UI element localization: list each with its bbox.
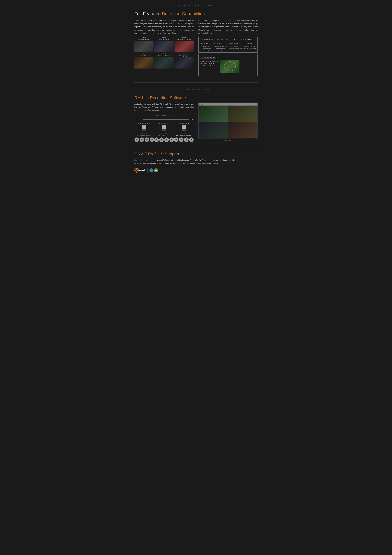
switch-label: Switch connections to use (134, 115, 194, 117)
viewer-cell-1 (199, 106, 228, 122)
section-label-easy: EASY INSTALLATION (125, 84, 267, 92)
svg-line-4 (189, 119, 193, 120)
custom-4-text: Adjusted for the time the lights are swi… (243, 45, 256, 51)
install-left: A standard inclusion with the VB-H and V… (134, 102, 194, 142)
location-b-rm-label: RM-LITERECORDING SERVER (157, 133, 171, 136)
svg-point-27 (162, 131, 166, 132)
detect-passing-label: DetectsPassing Objects (179, 53, 189, 57)
divider-1 (134, 82, 258, 83)
mask-areas-label: Mask Areas (200, 73, 256, 75)
detect-removed: DetectsRemoved Objects (154, 53, 174, 68)
detect-removed-label: DetectsRemoved Objects (158, 53, 170, 57)
rm-body-text: A standard inclusion with the VB-H and V… (134, 102, 194, 112)
detect-ambient: DetectsAmbient Sounds (134, 53, 153, 68)
camera-icon-c2 (179, 138, 184, 142)
detect-ambient-img (134, 58, 153, 68)
viewer-dot-2 (201, 104, 202, 105)
viewer-dot-3 (202, 104, 203, 105)
svg-point-26 (164, 130, 164, 131)
install-right: VIEWER (198, 102, 258, 142)
camera-icon-b1 (154, 138, 159, 142)
camera-icon-c4 (189, 138, 194, 142)
onvif-body-text: Both series supports the new ONVIF (Open… (134, 159, 237, 165)
sg-badge: S G (149, 168, 158, 172)
badge-s: S (149, 168, 153, 172)
camera-icon-b2 (159, 138, 164, 142)
location-b-label: LOCATION B (158, 123, 170, 124)
custom-col-1: CUSTOM #1 Light adjusted to match sunlig… (200, 43, 213, 51)
camera-icon-a4 (150, 138, 154, 142)
location-a-label: LOCATION A (138, 123, 150, 124)
location-c-label: LOCATION C (178, 123, 190, 124)
detection-section: Full-Featured Detection Capabilities Apa… (125, 8, 267, 81)
svg-point-43 (181, 131, 186, 132)
title-plain: Full-Featured (134, 11, 162, 16)
viewer-dot-1 (199, 104, 200, 105)
viewer-cell-2 (228, 106, 257, 122)
detect-abandoned-img (134, 41, 153, 52)
camera-icon-b3 (164, 138, 169, 142)
custom-settings-box: CUSTOM SETTINGS – EXAMPLE OF USE IN AN O… (198, 37, 258, 53)
svg-point-52 (186, 139, 187, 140)
detection-grid: DetectsAbandoned Objects DetectsMoving O… (134, 37, 194, 69)
viewer-inner (199, 103, 257, 139)
svg-point-49 (181, 139, 182, 140)
onvif-section: ONVIF Profile S Support Both series supp… (125, 147, 267, 179)
svg-point-14 (136, 139, 137, 140)
location-a-rm-label: RM-LITERECORDING SERVER (137, 133, 152, 136)
mask-img-main (220, 60, 239, 73)
camera-icon-a2 (140, 138, 144, 142)
location-b-server-icon (160, 125, 168, 132)
locations-row: LOCATION A RM-LITERECORDING SE (134, 123, 194, 142)
svg-point-23 (152, 139, 152, 140)
svg-point-10 (144, 130, 144, 131)
camera-icon-a1 (135, 138, 139, 142)
svg-point-46 (176, 139, 177, 140)
detection-col-right: In addition, the range of network camera… (198, 19, 258, 76)
custom-2-text: Adjusted for backlight and the start of … (214, 45, 227, 51)
camera-icon-b4 (170, 138, 174, 142)
custom-cols: CUSTOM #1 Light adjusted to match sunlig… (200, 43, 256, 51)
custom-4-header: CUSTOM #4 (243, 43, 256, 45)
custom-3-header: CUSTOM #3 (229, 43, 242, 45)
privacy-mask-text: MASKING THE KEYPAD OF AN AUTOMATIC LOCKI… (200, 60, 219, 67)
privacy-mask-images (220, 60, 256, 73)
svg-point-20 (147, 139, 147, 140)
svg-point-56 (136, 169, 137, 171)
camera-icon-c3 (184, 138, 189, 142)
onvif-o-icon (134, 168, 139, 173)
svg-point-39 (171, 139, 172, 140)
detect-moving: DetectsMoving Objects (154, 37, 174, 52)
detection-title: Full-Featured Detection Capabilities (134, 11, 258, 16)
svg-point-33 (161, 139, 162, 140)
custom-1-text: Light adjusted to match sunlight enterin… (200, 45, 213, 51)
onvif-logo: nvif (134, 168, 145, 173)
title-highlight: Detection Capabilities (162, 11, 205, 16)
detect-tampering: DetectsTampering of Camera (174, 37, 194, 52)
custom-settings-title: CUSTOM SETTINGS – EXAMPLE OF USE IN AN O… (200, 39, 256, 41)
privacy-mask-content: MASKING THE KEYPAD OF AN AUTOMATIC LOCKI… (200, 60, 256, 73)
svg-rect-24 (162, 125, 166, 129)
custom-1-header: CUSTOM #1 (200, 43, 213, 45)
rm-title: RM-Lite Recording Software (134, 95, 258, 100)
svg-line-3 (189, 119, 193, 119)
onvif-logos: nvif S G (134, 168, 258, 173)
svg-point-17 (142, 139, 142, 140)
custom-2-header: CUSTOM #2 (214, 43, 227, 45)
badge-g-label: G (155, 169, 157, 171)
location-b-cameras (154, 138, 174, 142)
detection-col-left: Apart from its stylish outlook and outst… (134, 19, 194, 76)
onvif-text-logo: nvif (139, 168, 145, 172)
location-c-server-icon (180, 125, 187, 132)
detect-moving-img (154, 41, 174, 52)
detect-passing-img (174, 58, 194, 68)
svg-point-30 (156, 139, 157, 140)
privacy-mask-box: PRIVACY MASK MASKING THE KEYPAD OF AN AU… (198, 54, 258, 76)
custom-3-text: Light adjusted to match evening sunlight (229, 45, 242, 49)
onvif-logo-divider (147, 168, 148, 173)
svg-rect-40 (182, 125, 186, 129)
switch-line-svg (134, 117, 194, 122)
viewer-cell-3 (199, 122, 228, 138)
onvif-title: ONVIF Profile S Support (134, 152, 258, 156)
svg-point-0 (224, 62, 235, 71)
